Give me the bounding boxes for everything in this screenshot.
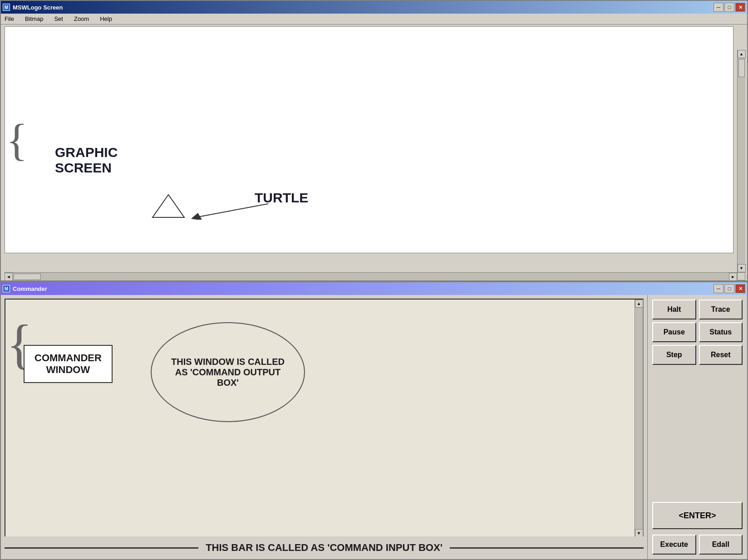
menu-file[interactable]: File — [3, 15, 16, 23]
graphic-canvas: { GRAPHIC SCREEN TURTLE — [5, 26, 733, 253]
main-scrollbar-vertical[interactable]: ▲ ▼ — [737, 50, 745, 272]
enter-button[interactable]: <ENTER> — [652, 502, 743, 529]
commander-window-label: COMMANDER WINDOW — [24, 345, 113, 383]
scrollbar-corner — [737, 272, 745, 280]
reset-button[interactable]: Reset — [699, 345, 743, 365]
pause-button[interactable]: Pause — [652, 322, 696, 342]
scroll-thumb — [738, 59, 745, 77]
close-button[interactable]: ✕ — [735, 3, 745, 12]
commander-maximize-button[interactable]: □ — [724, 284, 734, 293]
commander-window: M Commander ─ □ ✕ { COMMANDER WINDOW — [0, 281, 748, 560]
svg-marker-0 — [153, 195, 184, 217]
commander-title-left: M Commander — [3, 285, 47, 292]
bottom-annotation-bar: THIS BAR IS CALLED AS 'COMMAND INPUT BOX… — [1, 536, 647, 559]
maximize-button[interactable]: □ — [724, 3, 734, 12]
status-button[interactable]: Status — [699, 322, 743, 342]
edall-button[interactable]: Edall — [699, 535, 743, 555]
menu-bar: File Bitmap Set Zoom Help — [1, 14, 747, 25]
button-row-4: Execute Edall — [652, 535, 743, 555]
halt-button[interactable]: Halt — [652, 300, 696, 319]
commander-right-panel: Halt Trace Pause Status Step Reset <ENTE… — [647, 295, 747, 559]
button-row-1: Halt Trace — [652, 300, 743, 319]
main-window: M MSWLogo Screen ─ □ ✕ File Bitmap Set Z… — [0, 0, 748, 281]
app-icon: M — [3, 4, 10, 11]
commander-title-bar: M Commander ─ □ ✕ — [1, 282, 747, 295]
commander-body: { COMMANDER WINDOW THIS WINDOW IS CALLED… — [1, 295, 747, 559]
input-box-annotation: THIS BAR IS CALLED AS 'COMMAND INPUT BOX… — [206, 542, 443, 554]
turtle-graphic — [150, 192, 187, 221]
command-output-area[interactable]: { COMMANDER WINDOW THIS WINDOW IS CALLED… — [5, 299, 644, 538]
minimize-button[interactable]: ─ — [714, 3, 723, 12]
commander-minimize-button[interactable]: ─ — [714, 284, 723, 293]
trace-button[interactable]: Trace — [699, 300, 743, 319]
scroll-thumb-h — [14, 274, 41, 280]
scroll-track-vertical — [738, 58, 745, 264]
commander-window-controls: ─ □ ✕ — [714, 284, 745, 293]
scroll-track-horizontal — [13, 273, 729, 280]
button-row-2: Pause Status — [652, 322, 743, 342]
turtle-label: TURTLE — [255, 190, 308, 206]
commander-icon: M — [3, 285, 10, 292]
commander-left-panel: { COMMANDER WINDOW THIS WINDOW IS CALLED… — [1, 295, 647, 559]
button-spacer — [652, 368, 743, 490]
scroll-left-button[interactable]: ◄ — [5, 273, 13, 281]
main-window-title: MSWLogo Screen — [13, 4, 63, 11]
execute-button[interactable]: Execute — [652, 535, 696, 555]
left-brace-decoration: { — [6, 118, 28, 163]
menu-zoom[interactable]: Zoom — [72, 15, 91, 23]
scroll-up-button[interactable]: ▲ — [738, 50, 746, 58]
step-button[interactable]: Step — [652, 345, 696, 365]
annotation-line-right — [450, 547, 644, 549]
button-row-3: Step Reset — [652, 345, 743, 365]
scroll-right-button[interactable]: ► — [729, 273, 737, 281]
command-output-box-label: THIS WINDOW IS CALLED AS 'COMMAND OUTPUT… — [151, 322, 305, 422]
menu-set[interactable]: Set — [52, 15, 65, 23]
main-scrollbar-horizontal[interactable]: ◄ ► — [5, 272, 737, 280]
graphic-screen-label: GRAPHIC SCREEN — [55, 145, 118, 176]
output-scroll-up[interactable]: ▲ — [635, 300, 643, 308]
window-controls: ─ □ ✕ — [714, 3, 745, 12]
commander-title: Commander — [13, 285, 47, 292]
menu-help[interactable]: Help — [98, 15, 114, 23]
title-bar-left: M MSWLogo Screen — [3, 4, 63, 11]
output-scroll-track — [635, 308, 643, 529]
main-title-bar: M MSWLogo Screen ─ □ ✕ — [1, 1, 747, 14]
commander-close-button[interactable]: ✕ — [735, 284, 745, 293]
annotation-line-left — [5, 547, 198, 549]
output-scrollbar[interactable]: ▲ ▼ — [635, 300, 643, 537]
menu-bitmap[interactable]: Bitmap — [23, 15, 45, 23]
scroll-down-button[interactable]: ▼ — [738, 264, 746, 272]
svg-line-1 — [196, 204, 268, 217]
